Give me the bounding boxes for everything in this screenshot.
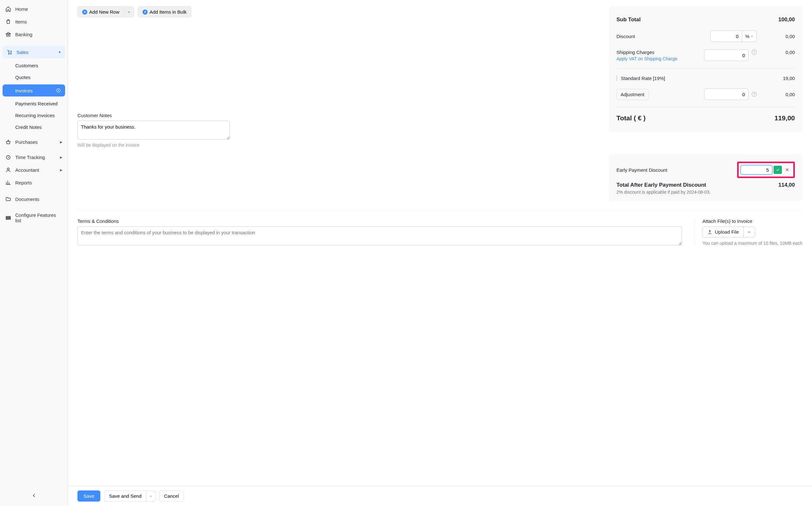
save-button[interactable]: Save — [78, 491, 100, 502]
bag-icon — [5, 18, 11, 25]
epd-note: 2% discount is applicable if paid by 202… — [617, 189, 795, 194]
nav-accountant[interactable]: Accountant ▶ — [0, 164, 68, 176]
grand-total-value: 119,00 — [757, 114, 795, 122]
nav-home[interactable]: Home — [0, 3, 68, 15]
home-icon — [5, 6, 11, 12]
shipping-input[interactable] — [704, 50, 748, 61]
save-and-send-button[interactable]: Save and Send — [104, 491, 146, 502]
nav-label: Configure Features list — [15, 213, 63, 223]
button-label: Add Items in Bulk — [150, 9, 187, 15]
nav-payments-received[interactable]: Payments Received — [0, 98, 68, 109]
nav-quotes[interactable]: Quotes — [0, 71, 68, 83]
button-label: Upload File — [715, 229, 739, 235]
attach-label: Attach File(s) to Invoice — [703, 219, 803, 224]
cancel-button[interactable]: Cancel — [159, 491, 184, 502]
customer-notes-textarea[interactable] — [78, 120, 230, 140]
nav-banking[interactable]: Banking — [0, 28, 68, 40]
nav-configure[interactable]: Configure Features list — [0, 209, 68, 226]
subtotal-label: Sub Total — [617, 16, 757, 23]
terms-textarea[interactable] — [78, 226, 682, 245]
nav-credit-notes[interactable]: Credit Notes — [0, 121, 68, 133]
discount-unit-dropdown[interactable]: % — [742, 30, 757, 42]
folder-icon — [5, 196, 11, 202]
nav-customers[interactable]: Customers — [0, 60, 68, 71]
add-items-bulk-button[interactable]: + Add Items in Bulk — [138, 6, 191, 17]
nav-label: Quotes — [15, 75, 30, 80]
svg-point-0 — [9, 54, 9, 54]
nav-reports[interactable]: Reports — [0, 176, 68, 189]
svg-point-1 — [10, 54, 11, 54]
collapse-sidebar-button[interactable] — [28, 490, 39, 501]
nav-label: Accountant — [15, 167, 56, 173]
nav-purchases[interactable]: Purchases ▶ — [0, 136, 68, 148]
help-icon[interactable]: ? — [752, 92, 757, 97]
nav-sales[interactable]: Sales ▼ — [3, 46, 65, 59]
customer-notes-hint: Will be displayed on the invoice — [78, 143, 599, 148]
nav-label: Reports — [15, 180, 63, 185]
subtotal-value: 100,00 — [757, 16, 795, 23]
add-new-row-button[interactable]: + Add New Row — [78, 6, 124, 17]
accountant-icon — [5, 167, 11, 173]
plus-icon[interactable] — [56, 88, 61, 93]
nav-label: Sales — [16, 50, 54, 55]
tax-value: 19,00 — [757, 76, 795, 81]
nav-invoices[interactable]: Invoices — [3, 84, 65, 96]
svg-rect-7 — [6, 219, 10, 219]
cart-icon — [6, 49, 13, 55]
settings-icon — [5, 215, 11, 221]
bank-icon — [5, 31, 11, 37]
nav-label: Documents — [15, 196, 63, 202]
tax-label: Standard Rate [19%] — [617, 76, 757, 81]
chevron-right-icon: ▶ — [60, 168, 63, 172]
svg-point-4 — [7, 168, 9, 170]
plus-circle-icon: + — [82, 9, 87, 15]
upload-dropdown[interactable] — [743, 227, 754, 237]
upload-icon — [707, 230, 712, 235]
nav-documents[interactable]: Documents — [0, 193, 68, 205]
nav-label: Purchases — [15, 139, 56, 145]
nav-label: Home — [15, 6, 63, 12]
nav-items[interactable]: Items — [0, 15, 68, 28]
save-and-send-dropdown[interactable] — [146, 491, 156, 502]
nav-label: Credit Notes — [15, 124, 41, 130]
sales-subitems: Customers Quotes Invoices Payments Recei… — [0, 60, 68, 133]
shipping-label: Shipping Charges — [617, 50, 704, 55]
epd-total-after-label: Total After Early Payment Discount — [617, 182, 757, 188]
upload-file-button[interactable]: Upload File — [703, 227, 743, 237]
discount-value: 0,00 — [757, 34, 795, 39]
grand-total-label: Total ( € ) — [617, 114, 757, 122]
nav-label: Recurring Invoices — [15, 113, 55, 118]
add-new-row-dropdown[interactable] — [124, 6, 134, 17]
epd-confirm-button[interactable] — [774, 166, 782, 174]
adjustment-label[interactable]: Adjustment — [617, 89, 648, 100]
epd-label: Early Payment Discount — [617, 167, 737, 173]
shipping-value: 0,00 — [757, 50, 795, 55]
svg-rect-6 — [6, 218, 10, 218]
svg-rect-5 — [6, 217, 10, 217]
epd-cancel-button[interactable]: ✕ — [783, 166, 791, 174]
unit-label: % — [745, 34, 749, 39]
discount-input[interactable] — [710, 30, 742, 42]
nav-recurring-invoices[interactable]: Recurring Invoices — [0, 109, 68, 121]
plus-circle-icon: + — [143, 9, 148, 15]
clock-icon — [5, 154, 11, 160]
chart-icon — [5, 179, 11, 186]
terms-label: Terms & Conditions — [78, 219, 682, 224]
nav-label: Customers — [15, 63, 38, 68]
epd-input[interactable] — [741, 165, 772, 175]
adjustment-input[interactable] — [704, 89, 748, 100]
button-label: Add New Row — [89, 9, 119, 15]
chevron-right-icon: ▶ — [60, 140, 63, 144]
customer-notes-label: Customer Notes — [78, 113, 599, 118]
footer-actions: Save Save and Send Cancel — [68, 486, 812, 506]
totals-panel: Sub Total 100,00 Discount % — [609, 6, 803, 132]
help-icon[interactable]: ? — [752, 50, 757, 55]
nav-label: Invoices — [15, 88, 33, 93]
add-new-row-group: + Add New Row — [78, 6, 134, 17]
nav-label: Time Tracking — [15, 155, 56, 160]
nav-time-tracking[interactable]: Time Tracking ▶ — [0, 151, 68, 164]
basket-icon — [5, 139, 11, 145]
epd-highlight-box: ✕ — [737, 162, 795, 178]
apply-vat-shipping-link[interactable]: Apply VAT on Shipping Charge — [617, 56, 677, 61]
chevron-right-icon: ▶ — [60, 156, 63, 159]
